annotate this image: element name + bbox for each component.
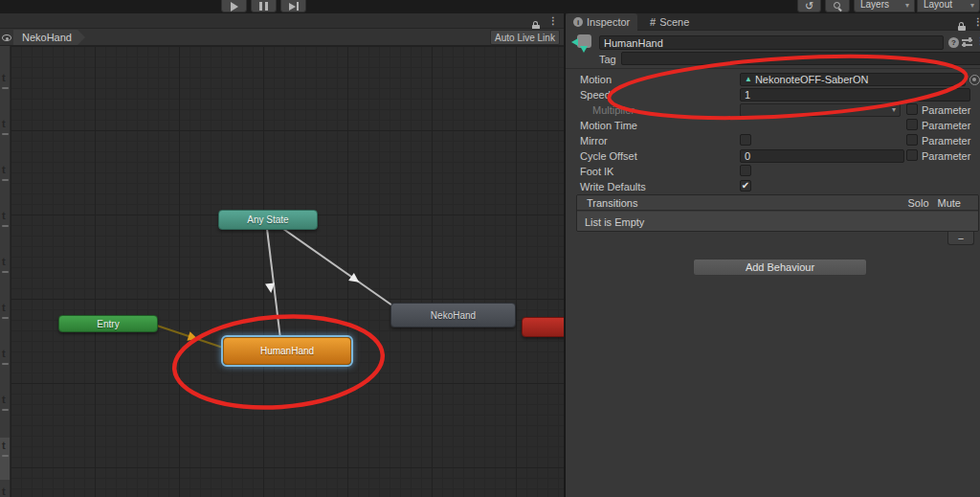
foot-ik-checkbox[interactable]	[740, 165, 751, 176]
tab-scene[interactable]: # Scene	[642, 13, 697, 31]
empty-list-text: List is Empty	[585, 216, 644, 228]
info-icon: i	[573, 17, 583, 27]
motion-time-parameter-checkbox[interactable]	[906, 119, 918, 130]
panel-menu-icon[interactable]: ⋮	[973, 16, 980, 27]
rail-list-item[interactable]: t	[0, 162, 11, 204]
state-node-any-state[interactable]: Any State	[218, 210, 318, 230]
node-label: Entry	[97, 319, 119, 329]
pause-icon	[259, 2, 268, 11]
animator-graph-canvas[interactable]: Any State Entry NekoHand HumanHand	[11, 46, 564, 497]
inspector-tabbar: i Inspector # Scene ⋮	[566, 13, 980, 31]
node-label: HumanHand	[260, 346, 314, 356]
transition-arrow-icon	[348, 273, 362, 286]
rail-list-item[interactable]: t	[0, 392, 11, 434]
write-defaults-checkbox-checked[interactable]: ✔	[740, 180, 751, 192]
multiplier-dropdown[interactable]: ▾	[740, 103, 901, 117]
undo-history-button[interactable]: ↺	[797, 0, 821, 12]
state-name-value: HumanHand	[604, 37, 663, 49]
step-button[interactable]	[280, 0, 306, 12]
speed-field[interactable]: 1	[740, 88, 970, 102]
cropped-item-glyph: t	[2, 72, 6, 83]
search-icon	[834, 2, 842, 11]
state-name-field[interactable]: HumanHand	[599, 35, 944, 50]
transition-edges	[11, 46, 564, 497]
animator-tabstrip: ⋮	[0, 13, 564, 29]
object-picker-icon[interactable]	[969, 75, 980, 85]
cycle-offset-value: 0	[745, 150, 750, 162]
rail-list-item[interactable]: t	[0, 70, 11, 112]
cycle-offset-parameter-checkbox[interactable]	[906, 149, 918, 161]
eye-icon[interactable]	[2, 34, 11, 41]
cropped-item-glyph: t	[2, 256, 6, 267]
rail-list-item[interactable]: t	[0, 438, 11, 480]
grid-icon: #	[650, 16, 656, 28]
state-node-red-partial[interactable]	[522, 317, 564, 337]
motion-value: NekonoteOFF-SaberON	[755, 74, 869, 85]
cycle-offset-field[interactable]: 0	[740, 149, 904, 163]
node-label: NekoHand	[431, 310, 476, 321]
state-node-nekohand[interactable]: NekoHand	[390, 303, 516, 328]
mirror-checkbox[interactable]	[740, 134, 751, 146]
layout-dropdown-label: Layout	[924, 0, 952, 10]
remove-transition-button[interactable]: −	[947, 232, 974, 245]
speed-label: Speed	[580, 89, 611, 102]
rail-list-item[interactable]: t	[0, 300, 11, 342]
solo-column-label: Solo	[908, 197, 929, 209]
parameter-label: Parameter	[922, 150, 970, 163]
tab-label: Scene	[659, 16, 689, 28]
cropped-item-glyph: t	[2, 164, 6, 175]
cropped-item-underline	[2, 363, 9, 365]
animator-breadcrumb-bar: NekoHand Auto Live Link	[0, 29, 564, 46]
cropped-item-underline	[2, 133, 9, 135]
layout-dropdown[interactable]: Layout ▾	[917, 0, 980, 12]
context-menu-icon[interactable]: ⋮	[976, 35, 980, 46]
animation-clip-icon: ▲	[745, 74, 752, 85]
rail-list-item[interactable]: t	[0, 346, 11, 388]
cropped-item-glyph: t	[2, 118, 6, 129]
write-defaults-label: Write Defaults	[580, 181, 646, 193]
pause-button[interactable]	[251, 0, 277, 12]
breadcrumb[interactable]: NekoHand	[13, 30, 85, 45]
rail-list-item[interactable]: t	[0, 208, 11, 250]
motion-label: Motion	[580, 74, 612, 86]
rail-list-item[interactable]: t	[0, 484, 11, 497]
transitions-header: Transitions Solo Mute	[577, 195, 978, 211]
help-icon[interactable]: ?	[948, 37, 959, 48]
play-button[interactable]	[221, 0, 247, 12]
rail-list-item[interactable]: t	[0, 116, 11, 158]
auto-live-link-label: Auto Live Link	[495, 33, 555, 43]
mirror-parameter-checkbox[interactable]	[906, 134, 918, 146]
transitions-title: Transitions	[577, 197, 637, 209]
mirror-label: Mirror	[580, 135, 608, 147]
tab-label: Inspector	[587, 16, 630, 28]
layers-side-rail[interactable]: tttttttttt	[0, 46, 11, 497]
speed-value: 1	[745, 89, 750, 101]
parameter-label: Parameter	[922, 135, 970, 147]
play-icon	[231, 2, 238, 11]
layers-dropdown-label: Layers	[860, 0, 889, 10]
animator-state-icon	[571, 34, 592, 52]
layers-dropdown[interactable]: Layers ▾	[854, 0, 915, 12]
cropped-item-underline	[2, 225, 9, 227]
parameter-label: Parameter	[922, 120, 970, 132]
transitions-list: Transitions Solo Mute List is Empty	[576, 194, 979, 232]
multiplier-parameter-checkbox[interactable]	[906, 103, 918, 115]
add-behaviour-button[interactable]: Add Behaviour	[693, 259, 867, 276]
auto-live-link-button[interactable]: Auto Live Link	[490, 30, 560, 45]
tag-field[interactable]	[621, 52, 980, 65]
rail-list-item[interactable]: t	[0, 254, 11, 296]
state-node-humanhand-selected[interactable]: HumanHand	[223, 337, 351, 365]
cropped-item-glyph: t	[2, 348, 6, 359]
panel-menu-icon[interactable]: ⋮	[548, 15, 558, 26]
lock-icon[interactable]	[958, 17, 966, 34]
cropped-item-underline	[2, 87, 9, 89]
add-behaviour-label: Add Behaviour	[746, 261, 814, 273]
cropped-item-underline	[2, 179, 9, 181]
tab-inspector[interactable]: i Inspector	[566, 13, 637, 31]
presets-icon[interactable]	[962, 37, 972, 47]
cropped-item-glyph: t	[2, 394, 6, 405]
motion-object-field[interactable]: ▲ NekonoteOFF-SaberON	[740, 73, 966, 86]
state-node-entry[interactable]: Entry	[58, 315, 158, 332]
mute-column-label: Mute	[938, 197, 961, 209]
search-button[interactable]	[825, 0, 850, 12]
